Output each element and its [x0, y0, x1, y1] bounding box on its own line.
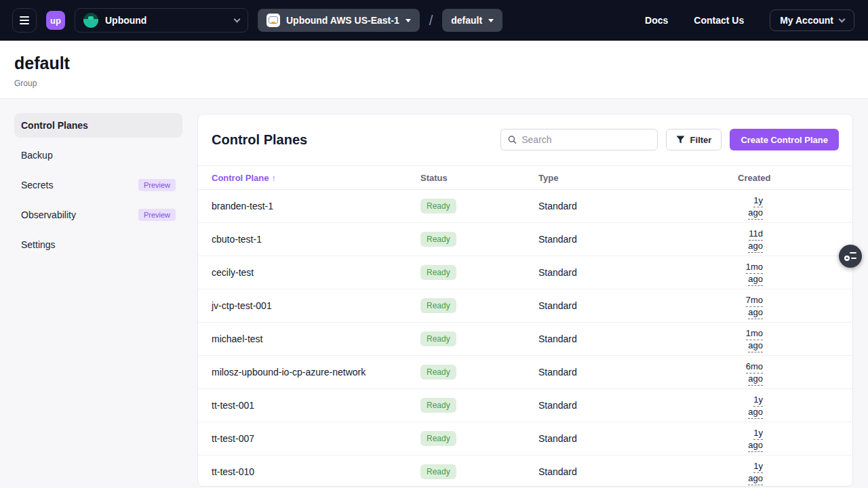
table-row[interactable]: cbuto-test-1 Ready Standard 11d ago	[198, 223, 852, 256]
created-cell: 1y ago	[738, 460, 839, 484]
type-cell: Standard	[538, 466, 738, 477]
created-value: 1y ago	[748, 394, 763, 419]
created-value: 11d ago	[748, 228, 763, 253]
control-plane-name: tt-test-001	[212, 400, 420, 411]
type-cell: Standard	[538, 201, 738, 211]
upbound-logo[interactable]: up	[46, 11, 65, 30]
status-cell: Ready	[420, 265, 538, 280]
type-cell: Standard	[538, 267, 738, 278]
status-cell: Ready	[420, 365, 538, 380]
status-badge: Ready	[420, 431, 456, 446]
sidebar-item-label: Secrets	[21, 180, 53, 190]
created-cell: 1y ago	[738, 393, 839, 418]
table-row[interactable]: tt-test-007 Ready Standard 1y ago	[198, 422, 852, 455]
type-cell: Standard	[538, 234, 738, 245]
created-value: 1y ago	[748, 461, 763, 485]
status-cell: Ready	[420, 398, 538, 413]
sort-ascending-icon: ↑	[272, 173, 277, 183]
created-value: 7mo ago	[746, 295, 763, 319]
filter-button[interactable]: Filter	[666, 129, 722, 150]
menu-bar	[20, 16, 29, 18]
table-header-row: Control Plane↑ Status Type Created	[198, 165, 852, 190]
page-header: default Group	[0, 41, 868, 99]
control-plane-name: cecily-test	[212, 267, 420, 278]
docs-link[interactable]: Docs	[645, 15, 668, 26]
status-badge: Ready	[420, 464, 456, 479]
sidebar-item-label: Settings	[21, 239, 56, 250]
org-avatar	[83, 13, 98, 28]
type-cell: Standard	[538, 367, 738, 378]
table-row[interactable]: jv-ctp-test-001 Ready Standard 7mo ago	[198, 289, 852, 323]
created-cell: 1mo ago	[738, 260, 839, 285]
table-row[interactable]: tt-test-010 Ready Standard 1y ago	[198, 455, 852, 487]
sidebar-item-control-planes[interactable]: Control Planes	[14, 113, 182, 138]
group-selector-dropdown[interactable]: default	[442, 9, 502, 32]
sidebar-item-settings[interactable]: Settings	[14, 232, 182, 257]
table-row[interactable]: michael-test Ready Standard 1mo ago	[198, 323, 852, 356]
status-cell: Ready	[420, 331, 538, 346]
type-cell: Standard	[538, 433, 738, 444]
contact-us-link[interactable]: Contact Us	[694, 15, 744, 26]
created-cell: 1y ago	[738, 426, 839, 451]
menu-icon[interactable]	[12, 8, 37, 33]
created-cell: 11d ago	[738, 227, 839, 251]
status-cell: Ready	[420, 431, 538, 446]
table-row[interactable]: milosz-upbound-io-cp-azure-network Ready…	[198, 356, 852, 389]
table-row[interactable]: branden-test-1 Ready Standard 1y ago	[198, 190, 852, 223]
status-badge: Ready	[420, 232, 456, 247]
region-selector-dropdown[interactable]: Upbound AWS US-East-1	[258, 9, 420, 32]
status-badge: Ready	[420, 365, 456, 380]
table-row[interactable]: cecily-test Ready Standard 1mo ago	[198, 256, 852, 289]
column-header-control-plane[interactable]: Control Plane↑	[212, 173, 420, 183]
sidebar-item-backup[interactable]: Backup	[14, 143, 182, 167]
sidebar-item-observability[interactable]: Observability Preview	[14, 203, 182, 227]
control-plane-name: tt-test-010	[212, 466, 420, 477]
column-header-type[interactable]: Type	[538, 173, 738, 183]
created-value: 1y ago	[748, 195, 763, 220]
created-cell: 1y ago	[738, 194, 839, 218]
chevron-down-icon	[839, 16, 846, 22]
my-account-dropdown[interactable]: My Account	[770, 9, 854, 31]
changelog-list-icon	[844, 252, 856, 261]
column-header-label: Control Plane	[212, 173, 269, 183]
panel-header: Control Planes Filter Create Control Pla…	[198, 115, 852, 165]
top-navbar: up Upbound Upbound AWS US-East-1 / defau…	[0, 0, 868, 41]
body-area: Control Planes Backup Secrets Preview Ob…	[0, 99, 868, 487]
status-badge: Ready	[420, 331, 456, 346]
sidebar-item-label: Observability	[21, 209, 76, 220]
page-subtitle: Group	[14, 79, 868, 88]
chevron-down-icon	[234, 16, 241, 22]
created-cell: 7mo ago	[738, 293, 839, 318]
column-header-status[interactable]: Status	[420, 173, 538, 183]
search-icon	[508, 135, 517, 144]
created-value: 1y ago	[748, 428, 763, 452]
my-account-label: My Account	[780, 15, 833, 26]
sidebar: Control Planes Backup Secrets Preview Ob…	[0, 99, 197, 487]
group-selector-label: default	[451, 15, 482, 26]
control-plane-name: michael-test	[212, 333, 420, 344]
table-row[interactable]: tt-test-001 Ready Standard 1y ago	[198, 389, 852, 422]
column-header-created[interactable]: Created	[738, 173, 846, 183]
type-cell: Standard	[538, 333, 738, 344]
feedback-widget-button[interactable]	[839, 245, 862, 268]
search-input[interactable]	[521, 134, 650, 145]
control-plane-name: branden-test-1	[212, 201, 420, 211]
created-cell: 6mo ago	[738, 360, 839, 384]
create-control-plane-button[interactable]: Create Control Plane	[730, 129, 839, 150]
created-value: 1mo ago	[746, 262, 763, 286]
sidebar-item-label: Backup	[21, 150, 53, 161]
control-plane-name: jv-ctp-test-001	[212, 300, 420, 311]
status-badge: Ready	[420, 265, 456, 280]
status-cell: Ready	[420, 298, 538, 313]
org-selector-dropdown[interactable]: Upbound	[75, 8, 248, 33]
table-body: branden-test-1 Ready Standard 1y ago cbu…	[198, 190, 852, 487]
status-cell: Ready	[420, 199, 538, 214]
status-badge: Ready	[420, 199, 456, 214]
org-selector-label: Upbound	[105, 15, 228, 26]
created-value: 1mo ago	[746, 328, 763, 352]
control-plane-name: milosz-upbound-io-cp-azure-network	[212, 367, 420, 378]
sidebar-item-secrets[interactable]: Secrets Preview	[14, 173, 182, 197]
page-title: default	[14, 53, 868, 73]
menu-bar	[20, 23, 29, 24]
type-cell: Standard	[538, 400, 738, 411]
